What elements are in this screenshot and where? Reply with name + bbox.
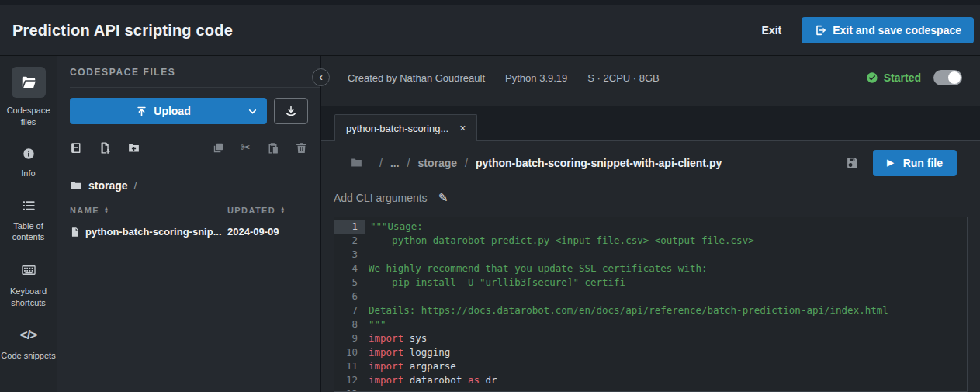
exit-button[interactable]: Exit xyxy=(762,24,782,36)
top-strip xyxy=(0,0,980,5)
created-by-text: Created by Nathan Goudreault xyxy=(348,72,485,84)
trash-icon[interactable] xyxy=(295,141,308,154)
list-icon xyxy=(21,198,36,213)
copy-icon[interactable] xyxy=(212,141,225,154)
main-area: ‹ Created by Nathan Goudreault Python 3.… xyxy=(321,56,980,392)
rail-item-label: Info xyxy=(21,168,35,179)
rail-item-table-of-contents[interactable]: Table of contents xyxy=(0,198,57,244)
code-lines: 1"""Usage:2 python datarobot-predict.py … xyxy=(334,220,967,392)
editor-pane: / ... / storage / python-batch-scoring-s… xyxy=(321,141,980,392)
tab-close-icon[interactable]: × xyxy=(459,123,466,134)
code-line: 13 xyxy=(334,387,967,392)
notebook-icon[interactable] xyxy=(70,141,83,154)
breadcrumb-storage[interactable]: storage xyxy=(417,157,457,169)
exit-save-button[interactable]: Exit and save codespace xyxy=(802,17,974,43)
rail-item-keyboard-shortcuts[interactable]: Keyboard shortcuts xyxy=(0,262,57,309)
file-list-header: NAME ▲▼ UPDATED ▲▼ xyxy=(70,206,308,215)
chevron-left-icon: ‹ xyxy=(319,71,323,83)
code-icon: </> xyxy=(20,328,37,343)
file-updated: 2024-09-09 xyxy=(227,226,308,238)
started-toggle[interactable] xyxy=(933,70,962,85)
file-actions-toolbar: ✂ xyxy=(70,141,308,154)
chevron-down-icon[interactable] xyxy=(248,106,258,116)
rail-item-label: Codespace files xyxy=(0,105,57,128)
file-plus-icon[interactable] xyxy=(99,141,112,154)
codespace-files-panel: CODESPACE FILES Upload xyxy=(57,56,321,392)
column-name[interactable]: NAME ▲▼ xyxy=(70,206,227,215)
resources-text: S · 2CPU · 8GB xyxy=(587,72,659,84)
code-line: 1"""Usage: xyxy=(334,220,967,234)
code-line: 2 python datarobot-predict.py <input-fil… xyxy=(334,234,967,248)
run-file-button[interactable]: ▶ Run file xyxy=(873,150,957,176)
tab-strip: python-batch-scoring... × xyxy=(321,106,980,141)
play-icon: ▶ xyxy=(887,158,893,168)
code-line: 4We highly recommend that you update SSL… xyxy=(334,262,967,276)
cut-icon[interactable]: ✂ xyxy=(241,141,251,154)
cli-arguments-row: Add CLI arguments ✎ xyxy=(334,184,968,212)
folder-separator: / xyxy=(134,180,137,192)
codespace-toolbar: Created by Nathan Goudreault Python 3.9.… xyxy=(321,56,980,106)
paste-icon[interactable] xyxy=(266,141,279,154)
run-file-label: Run file xyxy=(903,157,943,169)
code-line: 11import argparse xyxy=(334,359,967,373)
page-title: Prediction API scripting code xyxy=(12,22,233,40)
sort-icon: ▲▼ xyxy=(280,206,286,214)
app-window: Prediction API scripting code Exit Exit … xyxy=(0,0,980,392)
code-line: 9import sys xyxy=(334,331,967,345)
breadcrumb-ellipsis[interactable]: ... xyxy=(390,157,400,169)
keyboard-icon xyxy=(20,262,37,279)
exit-save-label: Exit and save codespace xyxy=(833,24,961,36)
folder-breadcrumb: storage / xyxy=(70,179,308,192)
folder-open-icon xyxy=(12,67,46,98)
folder-plus-icon[interactable] xyxy=(127,141,140,154)
file-icon xyxy=(70,227,81,238)
panel-divider xyxy=(70,87,320,88)
folder-name[interactable]: storage xyxy=(88,179,128,192)
edit-pencil-icon[interactable]: ✎ xyxy=(438,191,448,205)
rail-item-label: Code snippets xyxy=(1,350,55,362)
tab-label: python-batch-scoring... xyxy=(346,123,448,134)
upload-button[interactable]: Upload xyxy=(70,98,267,124)
code-line: 5 pip install -U "urllib3[secure]" certi… xyxy=(334,276,967,290)
status-label: Started xyxy=(884,71,921,84)
check-circle-icon xyxy=(866,71,878,84)
file-path-row: / ... / storage / python-batch-scoring-s… xyxy=(334,141,968,184)
code-line: 6 xyxy=(334,290,967,304)
upload-label: Upload xyxy=(154,105,190,117)
panel-title: CODESPACE FILES xyxy=(70,67,308,78)
file-name: python-batch-scoring-snip... xyxy=(85,226,222,238)
rail-item-label: Keyboard shortcuts xyxy=(0,286,57,309)
rail-item-label: Table of contents xyxy=(0,220,57,244)
code-line: 7Details: https://docs.datarobot.com/en/… xyxy=(334,304,967,317)
sort-icon: ▲▼ xyxy=(104,206,109,214)
code-line: 10import logging xyxy=(334,345,967,359)
breadcrumb: / ... / storage / python-batch-scoring-s… xyxy=(379,157,722,169)
tab-python-batch-scoring[interactable]: python-batch-scoring... × xyxy=(334,114,477,141)
file-row[interactable]: python-batch-scoring-snip... 2024-09-09 xyxy=(70,226,308,238)
download-button[interactable] xyxy=(274,98,308,124)
save-icon[interactable] xyxy=(846,156,859,169)
upload-icon xyxy=(136,106,147,117)
folder-icon xyxy=(350,156,363,169)
rail-item-codespace-files[interactable]: Codespace files xyxy=(0,67,57,128)
folder-icon xyxy=(70,179,82,192)
info-icon xyxy=(22,147,36,161)
collapse-panel-button[interactable]: ‹ xyxy=(312,68,330,86)
code-line: 3 xyxy=(334,248,967,262)
breadcrumb-filename: python-batch-scoring-snippet-with-api-cl… xyxy=(476,157,722,169)
code-line: 12import datarobot as dr xyxy=(334,373,967,387)
column-updated[interactable]: UPDATED ▲▼ xyxy=(227,206,308,215)
download-icon xyxy=(285,105,297,117)
runtime-text: Python 3.9.19 xyxy=(505,72,567,84)
logout-icon xyxy=(814,24,826,36)
toggle-knob xyxy=(948,71,961,84)
rail-item-info[interactable]: Info xyxy=(0,147,57,179)
code-editor[interactable]: 1"""Usage:2 python datarobot-predict.py … xyxy=(334,217,968,392)
code-line: 8""" xyxy=(334,317,967,331)
rail-item-code-snippets[interactable]: </> Code snippets xyxy=(0,328,57,362)
left-rail: Codespace files Info Table of contents K… xyxy=(0,56,57,392)
cli-arguments-label[interactable]: Add CLI arguments xyxy=(334,192,428,204)
header: Prediction API scripting code Exit Exit … xyxy=(0,5,980,56)
